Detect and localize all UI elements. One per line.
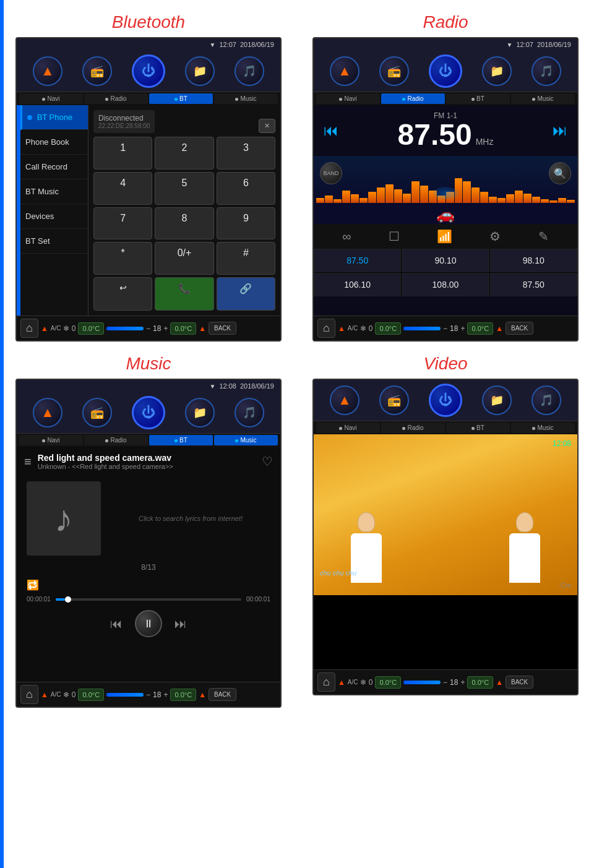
navi-icon-btn[interactable]: ▲	[33, 56, 62, 86]
power-icon-btn[interactable]: ⏻	[132, 54, 165, 88]
radio-radio-btn[interactable]: 📻	[379, 56, 409, 86]
clear-button[interactable]: ✕	[259, 119, 275, 133]
sidebar-phone-book[interactable]: Phone Book	[20, 130, 88, 155]
radio-music-wrap[interactable]: 🎵	[532, 56, 561, 86]
dial-key-8[interactable]: 8	[155, 207, 213, 240]
music-plus-btn[interactable]: +	[163, 690, 168, 699]
radio-home-button[interactable]: ⌂	[317, 319, 335, 338]
music-play-pause-button[interactable]: ⏸	[135, 610, 162, 637]
radio-back-button[interactable]: BACK	[506, 322, 533, 335]
radio-ctrl-infinity[interactable]: ∞	[342, 230, 351, 244]
up-arrow-right[interactable]: ▲	[199, 324, 206, 333]
radio-navi-btn[interactable]: ▲	[330, 56, 359, 86]
radio-navi-wrap[interactable]: ▲	[330, 56, 359, 86]
radio-radio-wrap[interactable]: 📻	[379, 56, 409, 86]
radio-tab-radio[interactable]: Radio	[381, 93, 445, 104]
plus-btn[interactable]: +	[163, 324, 168, 333]
video-radio-btn[interactable]: 📻	[379, 385, 409, 415]
music-heart-button[interactable]: ♡	[262, 454, 273, 469]
video-home-button[interactable]: ⌂	[317, 672, 335, 692]
repeat-icon[interactable]: 🔁	[27, 579, 270, 591]
radio-minus-btn[interactable]: −	[443, 324, 447, 333]
video-media-btn[interactable]: 📁	[482, 385, 512, 415]
media-icon-btn[interactable]: 📁	[185, 56, 215, 86]
dial-key-2[interactable]: 2	[155, 137, 213, 170]
radio-tab-navi[interactable]: Navi	[316, 93, 380, 104]
music-up-arrow-left[interactable]: ▲	[41, 690, 48, 699]
music-prev-button[interactable]: ⏮	[110, 617, 123, 631]
radio-up-arrow-left[interactable]: ▲	[338, 324, 345, 333]
video-navi-btn[interactable]: ▲	[330, 385, 359, 415]
sidebar-call-record[interactable]: Call Record	[20, 155, 88, 179]
video-music-btn[interactable]: 🎵	[532, 385, 561, 415]
dial-key-5[interactable]: 5	[155, 172, 213, 205]
music-up-arrow-right[interactable]: ▲	[199, 690, 206, 699]
radio-ctrl-signal[interactable]: 📶	[437, 229, 452, 244]
music-tab-bt[interactable]: BT	[149, 435, 213, 445]
music-power-wrap[interactable]: ⏻	[132, 396, 165, 429]
tab-navi[interactable]: Navi	[19, 93, 83, 104]
video-minus-btn[interactable]: −	[443, 678, 447, 687]
radio-power-btn[interactable]: ⏻	[429, 54, 462, 88]
video-navi-wrap[interactable]: ▲	[330, 385, 359, 415]
video-up-arrow-right[interactable]: ▲	[496, 678, 503, 687]
music-power-btn[interactable]: ⏻	[132, 396, 165, 429]
video-back-button[interactable]: BACK	[506, 676, 533, 689]
radio-band-button[interactable]: BAND	[320, 162, 342, 184]
video-plus-btn[interactable]: +	[460, 678, 465, 687]
preset-6[interactable]: 87.50	[490, 273, 577, 296]
video-up-arrow-left[interactable]: ▲	[338, 678, 345, 687]
radio-search-button[interactable]: 🔍	[549, 162, 571, 184]
dial-key-7[interactable]: 7	[93, 207, 152, 240]
music-tab-music[interactable]: Music	[214, 435, 278, 445]
dial-key-backspace[interactable]: ↩	[93, 277, 152, 311]
music-media-wrap[interactable]: 📁	[185, 398, 215, 428]
radio-temp-slider[interactable]	[403, 327, 441, 330]
dial-key-9[interactable]: 9	[217, 207, 275, 240]
radio-ctrl-edit[interactable]: ✎	[538, 229, 549, 244]
video-tab-radio[interactable]: Radio	[381, 423, 445, 433]
radio-music-btn[interactable]: 🎵	[532, 56, 561, 86]
radio-power-wrap[interactable]: ⏻	[429, 54, 462, 88]
music-navi-btn[interactable]: ▲	[33, 398, 62, 428]
music-music-btn[interactable]: 🎵	[235, 398, 264, 428]
music-next-button[interactable]: ⏭	[174, 617, 187, 631]
tab-radio[interactable]: Radio	[84, 93, 148, 104]
music-tab-navi[interactable]: Navi	[19, 435, 83, 445]
video-media-wrap[interactable]: 📁	[482, 385, 512, 415]
sidebar-bt-phone[interactable]: BT Phone	[20, 105, 88, 130]
radio-prev-button[interactable]: ⏮	[324, 122, 338, 139]
radio-tab-music[interactable]: Music	[511, 93, 575, 104]
music-back-button[interactable]: BACK	[209, 688, 236, 701]
temp-slider[interactable]	[106, 327, 144, 330]
music-music-wrap[interactable]: 🎵	[235, 398, 264, 428]
radio-ctrl-file[interactable]: ☐	[389, 229, 400, 244]
music-tab-radio[interactable]: Radio	[84, 435, 148, 445]
dial-key-6[interactable]: 6	[217, 172, 275, 205]
radio-media-btn[interactable]: 📁	[482, 56, 512, 86]
minus-btn[interactable]: −	[146, 324, 150, 333]
home-button[interactable]: ⌂	[20, 319, 38, 338]
music-minus-btn[interactable]: −	[146, 690, 150, 699]
preset-5[interactable]: 108.00	[402, 273, 489, 296]
radio-ctrl-settings[interactable]: ⚙	[489, 229, 501, 244]
dial-key-0[interactable]: 0/+	[155, 242, 213, 275]
power-icon-wrap[interactable]: ⏻	[132, 54, 165, 88]
dial-key-3[interactable]: 3	[217, 137, 275, 170]
dial-key-call[interactable]: 📞	[155, 277, 213, 311]
video-tab-music[interactable]: Music	[511, 423, 575, 433]
video-power-wrap[interactable]: ⏻	[429, 384, 462, 417]
video-tab-bt[interactable]: BT	[446, 423, 510, 433]
radio-icon-wrap[interactable]: 📻	[82, 56, 112, 86]
video-radio-wrap[interactable]: 📻	[379, 385, 409, 415]
preset-1[interactable]: 87.50	[314, 249, 401, 272]
music-icon-wrap[interactable]: 🎵	[235, 56, 264, 86]
up-arrow-left[interactable]: ▲	[41, 324, 48, 333]
tab-bt[interactable]: BT	[149, 93, 213, 104]
dial-key-star[interactable]: *	[93, 242, 152, 275]
video-power-btn[interactable]: ⏻	[429, 384, 462, 417]
preset-3[interactable]: 98.10	[490, 249, 577, 272]
sidebar-bt-music[interactable]: BT Music	[20, 179, 88, 204]
sidebar-devices[interactable]: Devices	[20, 204, 88, 229]
preset-2[interactable]: 90.10	[402, 249, 489, 272]
